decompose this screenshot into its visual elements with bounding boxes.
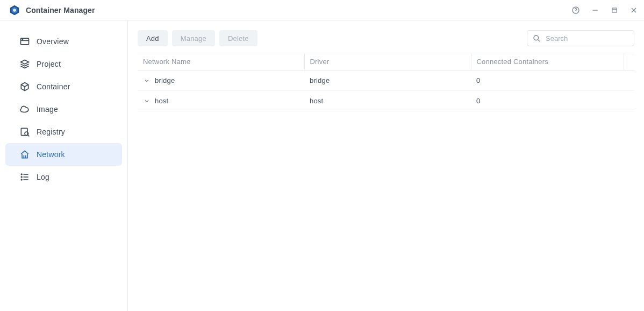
sidebar-item-registry[interactable]: Registry: [5, 121, 122, 143]
manage-button[interactable]: Manage: [172, 30, 215, 46]
cell-connected: 0: [471, 91, 624, 111]
sidebar-item-image[interactable]: Image: [5, 98, 122, 121]
project-icon: [19, 59, 30, 69]
column-header-driver[interactable]: Driver: [304, 53, 471, 70]
cell-network-name: bridge: [155, 76, 175, 84]
table-row[interactable]: host host 0: [138, 91, 634, 111]
svg-point-21: [21, 179, 22, 180]
svg-point-12: [22, 39, 23, 40]
log-icon: [19, 172, 30, 182]
container-icon: [19, 81, 30, 92]
sidebar-item-label: Container: [37, 82, 70, 91]
sidebar-item-label: Registry: [37, 128, 65, 136]
cell-driver: bridge: [304, 70, 471, 91]
cell-driver: host: [304, 91, 471, 111]
chevron-down-icon[interactable]: [143, 97, 151, 105]
overview-icon: [19, 36, 30, 47]
sidebar-item-label: Overview: [37, 37, 69, 46]
titlebar: Container Manager: [0, 0, 644, 20]
column-header-connected[interactable]: Connected Containers: [471, 53, 624, 70]
svg-point-2: [13, 9, 16, 12]
sidebar-item-label: Network: [37, 150, 65, 159]
svg-point-19: [21, 174, 22, 175]
help-icon[interactable]: [571, 5, 581, 15]
app-logo-icon: [9, 4, 20, 16]
add-button[interactable]: Add: [138, 30, 168, 46]
sidebar-item-overview[interactable]: Overview: [5, 30, 122, 53]
svg-rect-6: [612, 8, 617, 12]
column-header-spacer: [624, 53, 634, 70]
main-content: Add Manage Delete Network Name Driver: [128, 20, 644, 311]
maximize-icon[interactable]: [610, 5, 619, 15]
network-table: Network Name Driver Connected Containers: [138, 53, 634, 111]
app-title: Container Manager: [26, 6, 95, 15]
sidebar-item-log[interactable]: Log: [5, 166, 122, 188]
sidebar-item-label: Log: [37, 173, 49, 181]
sidebar-item-project[interactable]: Project: [5, 53, 122, 75]
sidebar-item-network[interactable]: Network: [5, 143, 122, 166]
table-row[interactable]: bridge bridge 0: [138, 70, 634, 91]
chevron-down-icon[interactable]: [143, 77, 151, 84]
search-input[interactable]: [527, 30, 634, 46]
close-icon[interactable]: [629, 5, 639, 15]
svg-line-16: [28, 135, 30, 137]
minimize-icon[interactable]: [590, 5, 600, 15]
delete-button[interactable]: Delete: [219, 30, 257, 46]
sidebar-item-label: Project: [37, 60, 61, 68]
registry-icon: [19, 126, 30, 137]
sidebar: Overview Project Container Image: [0, 20, 128, 311]
toolbar: Add Manage Delete: [138, 30, 634, 46]
network-icon: [19, 149, 30, 160]
sidebar-item-label: Image: [37, 105, 58, 114]
svg-point-4: [575, 11, 576, 12]
image-icon: [19, 104, 30, 115]
sidebar-item-container[interactable]: Container: [5, 75, 122, 98]
cell-network-name: host: [155, 97, 168, 105]
column-header-name[interactable]: Network Name: [138, 53, 304, 70]
cell-connected: 0: [471, 70, 624, 91]
svg-point-20: [21, 176, 22, 178]
